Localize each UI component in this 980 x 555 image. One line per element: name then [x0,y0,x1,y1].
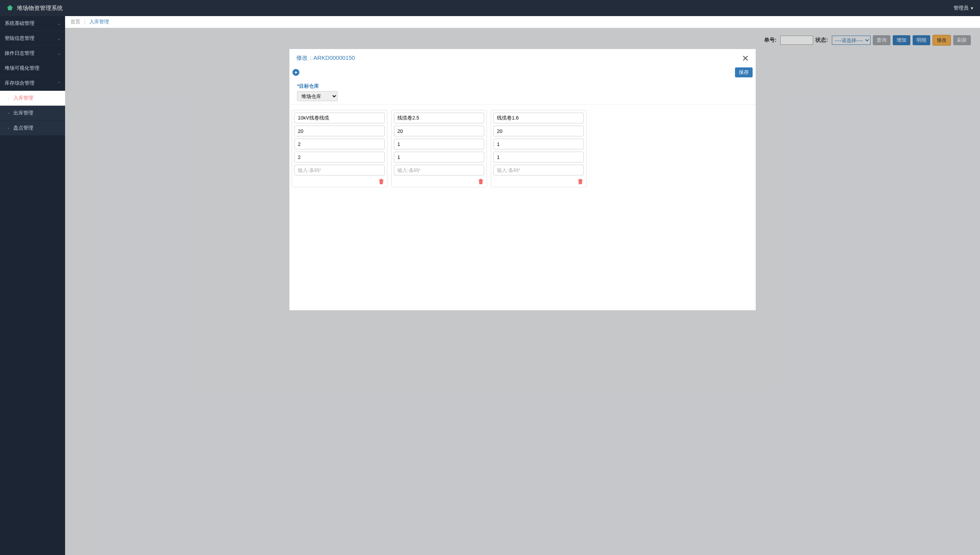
top-bar: 堆场物资管理系统 管理员 ▼ [0,0,980,16]
breadcrumb-home[interactable]: 首页 [70,19,80,25]
item-field3-input[interactable] [493,139,584,149]
menu-label: 系统基础管理 [5,20,34,27]
item-name-input[interactable] [394,113,484,123]
save-button[interactable]: 保存 [735,67,753,77]
app-title: 堆场物资管理系统 [17,5,63,12]
item-field4-input[interactable] [394,152,484,162]
chevron-down-icon: ⌄ [57,36,60,41]
trash-icon[interactable] [379,178,384,185]
edit-modal: 修改：ARKD00000150 ✕ + 保存 *目标仓库 堆场仓库 [289,49,756,310]
chevron-right-icon: › [8,126,9,130]
menu-label: 堆场可视化管理 [5,65,39,72]
caret-down-icon: ▼ [970,6,974,10]
main-area: 首页 | 入库管理 单号: 状态: ----请选择---- 查询 增加 明细 修… [65,16,980,555]
breadcrumb-separator: | [84,19,85,25]
item-card [491,110,586,187]
menu-login-info[interactable]: 登陆信息管理 ⌄ [0,31,65,46]
target-warehouse-block: *目标仓库 堆场仓库 [289,77,756,105]
item-field4-input[interactable] [294,152,385,162]
chevron-right-icon: › [8,96,9,100]
chevron-down-icon: ⌄ [57,21,60,26]
item-card [292,110,387,187]
sidebar-item-outbound[interactable]: › 出库管理 [0,106,65,121]
trash-icon[interactable] [578,178,583,185]
sidebar-item-label: 入库管理 [13,95,33,102]
modal-overlay: 修改：ARKD00000150 ✕ + 保存 *目标仓库 堆场仓库 [65,28,980,555]
item-name-input[interactable] [294,113,385,123]
menu-inventory[interactable]: 库存综合管理 ⌃ [0,76,65,91]
item-name-input[interactable] [493,113,584,123]
topbar-left: 堆场物资管理系统 [6,4,63,12]
sidebar-item-inbound[interactable]: › 入库管理 [0,91,65,106]
item-field3-input[interactable] [394,139,484,149]
main-layout: 系统基础管理 ⌄ 登陆信息管理 ⌄ 操作日志管理 ⌄ 堆场可视化管理 库存综合管… [0,16,980,555]
menu-label: 库存综合管理 [5,80,34,87]
item-barcode-input[interactable] [394,165,484,175]
sidebar-item-inventory-check[interactable]: › 盘点管理 [0,121,65,136]
menu-system-base[interactable]: 系统基础管理 ⌄ [0,16,65,31]
close-icon[interactable]: ✕ [742,54,749,63]
user-label: 管理员 [954,5,969,11]
delete-row [394,178,484,185]
menu-yard-visual[interactable]: 堆场可视化管理 [0,61,65,76]
sidebar: 系统基础管理 ⌄ 登陆信息管理 ⌄ 操作日志管理 ⌄ 堆场可视化管理 库存综合管… [0,16,65,555]
items-row [289,105,756,193]
target-warehouse-select[interactable]: 堆场仓库 [297,91,338,101]
menu-label: 操作日志管理 [5,50,34,57]
delete-row [294,178,385,185]
item-field2-input[interactable] [493,126,584,136]
item-barcode-input[interactable] [493,165,584,175]
item-field3-input[interactable] [294,139,385,149]
trash-icon[interactable] [478,178,483,185]
breadcrumb: 首页 | 入库管理 [65,16,980,28]
content-area: 单号: 状态: ----请选择---- 查询 增加 明细 修改 刷新 修改：AR… [65,28,980,555]
delete-row [493,178,584,185]
chevron-up-icon: ⌃ [57,81,60,85]
menu-op-log[interactable]: 操作日志管理 ⌄ [0,46,65,61]
item-barcode-input[interactable] [294,165,385,175]
logo-icon [6,4,14,12]
modal-header: 修改：ARKD00000150 ✕ [289,49,756,67]
chevron-down-icon: ⌄ [57,51,60,56]
menu-label: 登陆信息管理 [5,35,34,42]
item-field4-input[interactable] [493,152,584,162]
sidebar-item-label: 出库管理 [13,110,33,116]
modal-sub-header: + 保存 [289,67,756,77]
add-row-button[interactable]: + [292,69,299,76]
target-warehouse-label: *目标仓库 [297,83,748,90]
item-field2-input[interactable] [394,126,484,136]
item-field2-input[interactable] [294,126,385,136]
item-card [391,110,487,187]
modal-title: 修改：ARKD00000150 [296,54,355,62]
sidebar-item-label: 盘点管理 [13,124,33,131]
chevron-right-icon: › [8,111,9,115]
user-dropdown[interactable]: 管理员 ▼ [954,5,974,11]
breadcrumb-current: 入库管理 [89,19,109,25]
